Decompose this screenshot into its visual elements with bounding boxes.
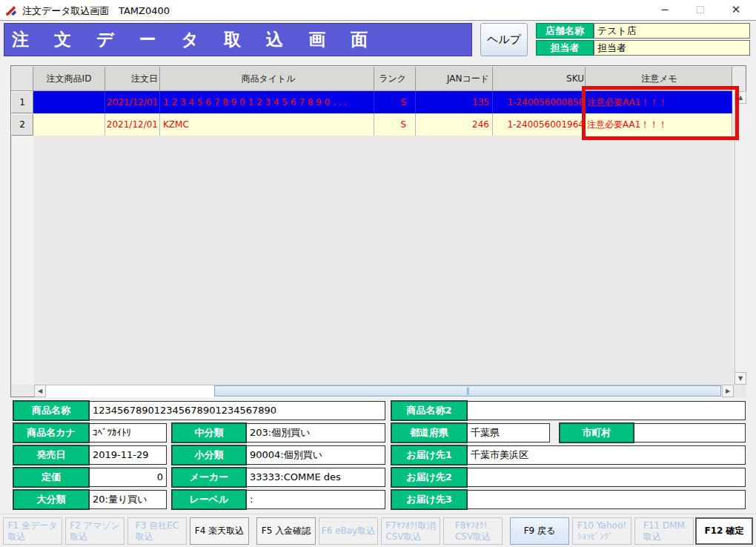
row-number[interactable]: 2 [11,113,33,136]
staff-label: 担当者 [536,40,594,56]
large-category-field[interactable]: 20:量り買い [89,490,167,509]
large-category-label: 大分類 [13,490,89,509]
cell-product-title[interactable]: 1 2 3 4 5 6 7 8 9 0 1 2 3 4 5 6 7 8 9 0 … [160,91,374,113]
store-name-label: 店舗名称 [536,23,594,39]
col-header-product-title[interactable]: 商品タイトル [160,67,374,91]
small-category-label: 小分類 [172,445,246,465]
cell-product-title[interactable]: KZMC [160,113,374,136]
maximize-button: ☐ [683,0,717,20]
scroll-right-icon[interactable]: ▶ [722,385,734,397]
product-kana-label: 商品名カナ [13,423,89,442]
f8-yahoo-csv-import-button: F8ﾔﾌｵｸ! CSV取込 [443,517,503,545]
minimize-button[interactable]: ─ [648,0,682,20]
grid-corner-cell [11,67,33,91]
product-name-label: 商品名称 [13,401,89,420]
f4-rakuten-import-button[interactable]: F4 楽天取込 [190,517,249,545]
product-kana-field[interactable]: ｺﾍﾞﾂｶｲﾄﾘ [89,423,167,442]
col-header-order-item-id[interactable]: 注文商品ID [33,67,105,91]
cell-rank[interactable]: S [374,91,416,113]
f5-payment-confirm-button[interactable]: F5 入金確認 [256,517,316,545]
f3-own-ec-import-button: F3 自社EC 取込 [127,517,187,545]
product-name2-field[interactable] [467,401,746,420]
cell-order-date[interactable]: 2021/12/01 [105,91,160,113]
f10-yahoo-shopping-button: F10 Yahoo! ｼｮｯﾋﾟﾝｸﾞ [572,517,631,545]
f6-ebay-import-button: F6 eBay取込 [319,517,378,545]
col-header-rank[interactable]: ランク [374,67,416,91]
list-price-field[interactable]: 0 [89,468,167,487]
row-number[interactable]: 1 [11,91,33,113]
address2-label: お届け先2 [391,468,467,487]
address1-label: お届け先1 [391,445,467,465]
city-label: 市町村 [560,423,634,442]
prefecture-field[interactable]: 千葉県 [467,423,550,442]
scroll-down-icon[interactable]: ▼ [735,372,746,385]
row-header-strip [12,136,34,385]
memo-highlight-annotation [582,86,739,140]
city-field[interactable] [634,423,746,442]
scrollbar-corner [734,385,746,397]
f1-all-data-import-button: F1 全データ 取込 [3,517,62,545]
record-label-field[interactable]: : [246,490,385,509]
cell-jan-code[interactable]: 246 [416,113,493,136]
window-titlebar: 注文データ取込画面 TAMZ0400 ─ ☐ ✕ [0,0,756,21]
product-name2-label: 商品名称2 [391,401,467,420]
record-label-label: レーベル [172,490,246,509]
help-button[interactable]: ヘルプ [480,23,528,56]
address2-field[interactable] [467,468,746,487]
cell-order-date[interactable]: 2021/12/01 [105,113,160,136]
cell-sku[interactable]: 1-240056000858 [493,91,586,113]
col-header-order-date[interactable]: 注文日 [105,67,160,91]
mid-category-field[interactable]: 203:個別買い [246,423,385,442]
scroll-left-icon[interactable]: ◀ [34,385,46,397]
hscrollbar-thumb[interactable]: ║ [214,385,721,397]
product-name-field[interactable]: 123456789012345678901234567890 [89,401,385,420]
app-icon [5,4,17,16]
prefecture-label: 都道府県 [391,423,467,442]
col-header-sku[interactable]: SKU [493,67,586,91]
address3-field[interactable] [467,490,746,509]
maker-label: メーカー [172,468,246,487]
f7-yahoo-cancel-csv-button: F7ﾔﾌｵｸ!取消 CSV取込 [381,517,440,545]
address1-field[interactable]: 千葉市美浜区 [467,445,746,465]
release-date-label: 発売日 [13,445,89,465]
cell-order-item-id[interactable] [33,113,105,136]
col-header-jan-code[interactable]: JANコード [416,67,493,91]
list-price-label: 定価 [13,468,89,487]
mid-category-label: 中分類 [172,423,246,442]
cell-order-item-id[interactable] [33,91,105,113]
f9-back-button[interactable]: F9 戻る [510,517,569,545]
f12-confirm-button[interactable]: F12 確定 [695,517,753,545]
cell-sku[interactable]: 1-240056001964 [493,113,586,136]
store-name-field[interactable]: テスト店 [594,23,750,39]
cell-rank[interactable]: S [374,113,416,136]
function-key-bar: F1 全データ 取込 F2 アマゾン 取込 F3 自社EC 取込 F4 楽天取込… [0,514,756,547]
small-category-field[interactable]: 90004:個別買い [246,445,385,465]
release-date-field[interactable]: 2019-11-29 [89,445,167,465]
address3-label: お届け先3 [391,490,467,509]
f2-amazon-import-button: F2 アマゾン 取込 [65,517,125,545]
f11-dmm-import-button: F11 DMM 取込 [634,517,694,545]
maker-field[interactable]: 33333:COMME des [246,468,385,487]
window-title: 注文データ取込画面 TAMZ0400 [22,4,170,18]
cell-jan-code[interactable]: 135 [416,91,493,113]
page-title-banner: 注 文 デ ー タ 取 込 画 面 [4,23,472,56]
app-window: 注文データ取込画面 TAMZ0400 ─ ☐ ✕ 注 文 デ ー タ 取 込 画… [0,0,756,547]
close-button[interactable]: ✕ [719,0,753,20]
staff-field[interactable]: 担当者 [594,40,750,56]
